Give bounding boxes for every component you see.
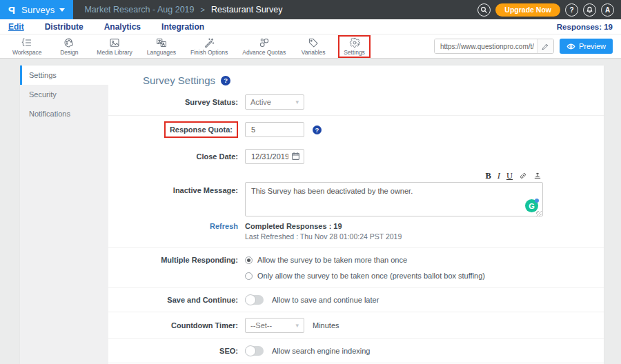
refresh-row: Refresh Completed Responses : 19 Last Re… xyxy=(108,221,604,248)
seo-toggle[interactable] xyxy=(245,346,264,356)
toolbar-label: Design xyxy=(60,49,78,56)
upgrade-now-button[interactable]: Upgrade Now xyxy=(495,3,560,17)
radio-option-label: Allow the survey to be taken more than o… xyxy=(257,256,407,264)
toolbar-item-finish-options[interactable]: Finish Options xyxy=(188,37,230,57)
breadcrumb-parent[interactable]: Market Research - Aug 2019 xyxy=(84,5,194,14)
account-avatar[interactable]: A xyxy=(601,3,614,17)
bold-button[interactable]: B xyxy=(485,172,491,180)
format-toolbar: B I U xyxy=(245,171,543,181)
toolbar-item-workspace[interactable]: Workspace xyxy=(10,37,44,57)
response-quota-label-wrap: Response Quota: xyxy=(108,121,245,138)
workspace-icon xyxy=(21,37,32,48)
toggle-knob-icon xyxy=(245,345,256,356)
response-quota-row: Response Quota: ? xyxy=(108,116,604,143)
toolbar-item-design[interactable]: Design xyxy=(53,37,85,57)
radio-option-once-only[interactable]: Only allow the survey to be taken once (… xyxy=(245,272,485,280)
survey-toolbar: Workspace Design Media Library Languages… xyxy=(0,34,621,59)
nav-tab-distribute[interactable]: Distribute xyxy=(45,22,83,32)
help-button[interactable]: ? xyxy=(565,3,578,17)
save-continue-label: Save and Continue: xyxy=(108,296,245,304)
search-button[interactable] xyxy=(477,3,491,17)
sidebar-item-security[interactable]: Security xyxy=(20,85,108,104)
response-quota-input[interactable] xyxy=(245,122,304,137)
refresh-link[interactable]: Refresh xyxy=(210,222,238,230)
pencil-icon xyxy=(542,43,549,50)
surveys-menu[interactable]: P Surveys xyxy=(0,0,73,19)
survey-url-box xyxy=(434,39,554,54)
italic-button[interactable]: I xyxy=(497,172,500,180)
nav-tab-edit[interactable]: Edit xyxy=(8,22,24,32)
refresh-cell: Refresh xyxy=(108,222,245,230)
notifications-button[interactable] xyxy=(583,3,596,17)
underline-button[interactable]: U xyxy=(506,172,513,180)
nav-tab-integration[interactable]: Integration xyxy=(161,22,204,32)
inactive-message-row: Inactive Message: B I U This Survey has … xyxy=(108,170,604,221)
clear-format-icon[interactable] xyxy=(533,172,542,180)
save-continue-toggle[interactable] xyxy=(245,295,264,305)
title-help-icon[interactable]: ? xyxy=(221,76,230,85)
topbar-actions: Upgrade Now ? A xyxy=(477,3,621,17)
toolbar-item-advance-quotas[interactable]: Advance Quotas xyxy=(239,37,288,57)
response-quota-help-icon[interactable]: ? xyxy=(313,125,322,134)
toolbar-item-settings[interactable]: Settings xyxy=(338,35,371,58)
settings-sidebar: Settings Security Notifications xyxy=(20,65,108,364)
countdown-timer-label: Countdown Timer: xyxy=(108,321,245,330)
questionpro-logo-icon: P xyxy=(8,4,15,16)
radio-selected-icon xyxy=(245,256,253,264)
survey-status-select[interactable]: Active ▾ xyxy=(245,94,304,110)
inactive-message-textarea[interactable]: This Survey has been deactivated by the … xyxy=(245,182,543,216)
survey-status-value: Active xyxy=(250,98,271,106)
save-continue-text: Allow to save and continue later xyxy=(272,296,379,304)
gear-icon xyxy=(349,37,360,48)
inactive-message-field: This Survey has been deactivated by the … xyxy=(245,182,543,219)
toolbar-item-languages[interactable]: Languages xyxy=(144,37,179,57)
countdown-minutes-text: Minutes xyxy=(313,321,339,330)
calendar-icon[interactable] xyxy=(291,152,300,161)
radio-unselected-icon xyxy=(245,272,253,280)
close-date-label: Close Date: xyxy=(108,152,245,161)
breadcrumb-separator: > xyxy=(201,6,205,14)
toggle-knob-icon xyxy=(245,294,256,305)
settings-card: Settings Security Notifications Survey S… xyxy=(20,65,604,364)
radio-option-label: Only allow the survey to be taken once (… xyxy=(257,272,485,280)
seo-label: SEO: xyxy=(108,347,245,355)
toolbar-label: Variables xyxy=(302,49,326,56)
countdown-timer-value: --Set-- xyxy=(250,321,272,330)
nav-tab-analytics[interactable]: Analytics xyxy=(104,22,141,32)
preview-label: Preview xyxy=(579,42,606,50)
resize-handle[interactable] xyxy=(536,211,542,216)
chevron-down-icon: ▾ xyxy=(295,322,299,329)
responses-count[interactable]: Responses: 19 xyxy=(557,23,613,31)
bell-icon xyxy=(586,6,593,14)
sidebar-item-notifications[interactable]: Notifications xyxy=(20,104,108,123)
settings-content: Survey Settings ? Survey Status: Active … xyxy=(108,65,604,364)
save-continue-row: Save and Continue: Allow to save and con… xyxy=(108,288,604,312)
toolbar-label: Workspace xyxy=(12,49,41,56)
link-icon[interactable] xyxy=(519,172,527,180)
toolbar-label: Advance Quotas xyxy=(242,49,286,56)
toolbar-label: Languages xyxy=(147,49,176,56)
radio-option-multiple-allowed[interactable]: Allow the survey to be taken more than o… xyxy=(245,256,485,264)
search-icon xyxy=(480,6,488,14)
multiple-responding-label: Multiple Responding: xyxy=(108,256,245,264)
quotas-links-icon xyxy=(259,37,270,48)
preview-button[interactable]: Preview xyxy=(560,39,613,54)
toolbar-item-variables[interactable]: Variables xyxy=(297,37,329,57)
page-title-row: Survey Settings ? xyxy=(143,74,604,86)
inactive-message-label: Inactive Message: xyxy=(108,171,245,194)
sidebar-item-settings[interactable]: Settings xyxy=(20,65,108,85)
edit-url-button[interactable] xyxy=(537,39,553,54)
close-date-row: Close Date: xyxy=(108,143,604,170)
seo-text: Allow search engine indexing xyxy=(272,347,370,355)
completed-responses: Completed Responses : 19 xyxy=(245,222,402,230)
eye-icon xyxy=(566,42,575,51)
countdown-timer-select[interactable]: --Set-- ▾ xyxy=(245,318,304,333)
survey-url-input[interactable] xyxy=(435,39,537,53)
close-date-field xyxy=(245,149,304,164)
breadcrumb: Market Research - Aug 2019 > Restaurant … xyxy=(84,5,282,14)
toolbar-label: Finish Options xyxy=(190,49,228,56)
toolbar-item-media-library[interactable]: Media Library xyxy=(94,37,135,57)
countdown-timer-row: Countdown Timer: --Set-- ▾ Minutes xyxy=(108,312,604,339)
survey-status-row: Survey Status: Active ▾ xyxy=(108,89,604,116)
tag-icon xyxy=(308,37,319,48)
